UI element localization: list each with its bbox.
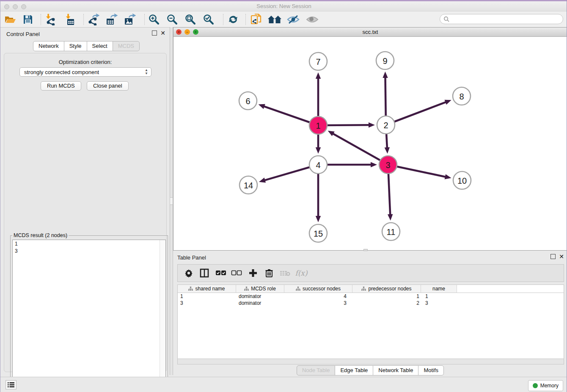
toolbar-separator xyxy=(144,14,145,25)
float-panel-icon[interactable] xyxy=(152,30,157,36)
table-panel: Table Panel ✕ xyxy=(173,252,567,377)
node-label: 9 xyxy=(383,56,387,66)
node-label: 4 xyxy=(316,160,320,170)
result-scrollbar[interactable] xyxy=(160,240,165,392)
network-window-titlebar[interactable]: ✕ − + scc.txt xyxy=(173,28,567,37)
show-all-icon[interactable] xyxy=(305,13,319,26)
memory-button[interactable]: Memory xyxy=(528,380,563,391)
edge-arrowhead xyxy=(316,72,321,79)
import-network-icon[interactable] xyxy=(43,13,58,26)
network-graph-canvas[interactable]: 7968124314101511 xyxy=(173,36,567,250)
mcds-result-text[interactable]: 13 xyxy=(12,240,166,392)
export-image-icon[interactable] xyxy=(122,13,137,26)
graph-edge-3-1[interactable] xyxy=(333,133,388,165)
panel-splitter-handle[interactable] xyxy=(170,197,173,205)
column-header-name[interactable]: name xyxy=(421,285,457,293)
control-panel: Control Panel ✕ Network Style Select MCD… xyxy=(0,27,170,375)
node-label: 1 xyxy=(316,121,320,130)
tab-mcds[interactable]: MCDS xyxy=(113,41,140,51)
close-table-panel-icon[interactable]: ✕ xyxy=(559,254,564,259)
column-header-predecessor-nodes[interactable]: predecessor nodes xyxy=(352,285,421,293)
tab-network-table[interactable]: Network Table xyxy=(373,365,418,375)
tab-select[interactable]: Select xyxy=(87,41,113,51)
criterion-select[interactable]: strongly connected component ▲▼ xyxy=(19,67,151,77)
table-cell[interactable]: 1 xyxy=(421,293,457,300)
tab-network[interactable]: Network xyxy=(33,41,64,51)
zoom-fit-icon[interactable] xyxy=(183,13,198,26)
column-header-label: shared name xyxy=(195,286,225,292)
export-table-icon[interactable] xyxy=(104,13,118,26)
close-panel-icon[interactable]: ✕ xyxy=(160,31,165,35)
select-chevrons-icon: ▲▼ xyxy=(145,69,148,75)
table-cell[interactable]: 4 xyxy=(284,293,352,300)
deselect-all-icon[interactable] xyxy=(230,267,243,279)
table-cell[interactable]: 3 xyxy=(421,300,457,306)
table-tabs: Node Table Edge Table Network Table Moti… xyxy=(297,365,444,375)
mcds-result-group: MCDS result (2 nodes) 13 xyxy=(10,235,168,392)
table-row[interactable]: 3dominator323 xyxy=(178,300,564,306)
tab-motifs[interactable]: Motifs xyxy=(418,365,444,375)
tab-style[interactable]: Style xyxy=(64,41,87,51)
column-header-label: predecessor nodes xyxy=(368,286,411,292)
table-row[interactable]: 1dominator411 xyxy=(178,293,564,300)
run-mcds-button[interactable]: Run MCDS xyxy=(41,81,81,91)
result-line: 1 xyxy=(15,240,165,248)
table-cell[interactable]: dominator xyxy=(236,293,284,300)
task-history-button[interactable] xyxy=(6,380,17,389)
export-network-icon[interactable] xyxy=(86,13,100,26)
tab-edge-table[interactable]: Edge Table xyxy=(335,365,373,375)
open-file-icon[interactable] xyxy=(3,13,17,26)
table-cell[interactable]: dominator xyxy=(236,300,284,306)
search-input[interactable] xyxy=(449,16,557,23)
edge-arrowhead xyxy=(369,122,375,127)
edge-arrowhead xyxy=(383,72,388,78)
table-cell[interactable]: 1 xyxy=(352,293,421,300)
float-table-panel-icon[interactable] xyxy=(550,254,556,259)
table-cell[interactable]: 3 xyxy=(178,300,236,306)
table-toolbar: f(x) xyxy=(177,264,564,282)
zoom-in-icon[interactable] xyxy=(147,13,161,26)
node-label: 15 xyxy=(314,229,323,238)
delete-column-icon[interactable] xyxy=(262,267,276,279)
column-header-shared-name[interactable]: shared name xyxy=(178,285,236,293)
search-field[interactable] xyxy=(440,14,563,24)
new-network-from-selection-icon[interactable] xyxy=(249,13,264,26)
node-table-body: 1dominator4113dominator323 xyxy=(178,293,564,306)
close-panel-button[interactable]: Close panel xyxy=(87,81,129,91)
save-session-icon[interactable] xyxy=(21,13,35,26)
delete-table-icon xyxy=(278,267,292,279)
node-label: 10 xyxy=(457,176,467,185)
column-header-filler xyxy=(457,285,564,293)
table-cell[interactable]: 3 xyxy=(284,300,352,306)
first-neighbors-icon[interactable] xyxy=(267,13,282,26)
import-table-icon[interactable] xyxy=(63,13,77,26)
table-cell[interactable]: 1 xyxy=(178,293,236,300)
hide-selected-icon[interactable] xyxy=(286,13,300,26)
column-header-label: MCDS role xyxy=(251,286,276,292)
edge-arrowhead xyxy=(259,178,266,183)
graph-edge-2-8[interactable] xyxy=(386,102,446,125)
optimization-criterion-label: Optimization criterion: xyxy=(4,59,166,65)
hierarchy-icon xyxy=(361,287,366,291)
select-all-icon[interactable] xyxy=(214,267,228,279)
apply-layout-icon[interactable] xyxy=(226,13,240,26)
table-options-icon[interactable] xyxy=(182,267,195,279)
zoom-out-icon[interactable] xyxy=(165,13,179,26)
node-table[interactable]: shared nameMCDS rolesuccessor nodesprede… xyxy=(177,284,564,359)
add-column-icon[interactable] xyxy=(246,267,260,279)
function-builder-icon: f(x) xyxy=(295,267,308,279)
result-line: 3 xyxy=(15,248,165,255)
table-panel-title: Table Panel xyxy=(177,254,206,261)
network-view-window: ✕ − + scc.txt 7968124314101511 xyxy=(173,27,567,251)
column-header-MCDS-role[interactable]: MCDS role xyxy=(236,285,284,293)
column-header-successor-nodes[interactable]: successor nodes xyxy=(284,285,352,293)
show-column-icon[interactable] xyxy=(198,267,211,279)
network-window-resize-handle[interactable] xyxy=(363,249,368,251)
application-window: Session: New Session xyxy=(0,0,567,392)
table-cell[interactable]: 2 xyxy=(352,300,421,306)
tab-node-table[interactable]: Node Table xyxy=(297,365,336,375)
memory-status-icon xyxy=(533,383,538,388)
zoom-selected-icon[interactable] xyxy=(201,13,216,26)
hierarchy-icon xyxy=(244,287,249,291)
control-panel-title: Control Panel xyxy=(6,31,40,37)
